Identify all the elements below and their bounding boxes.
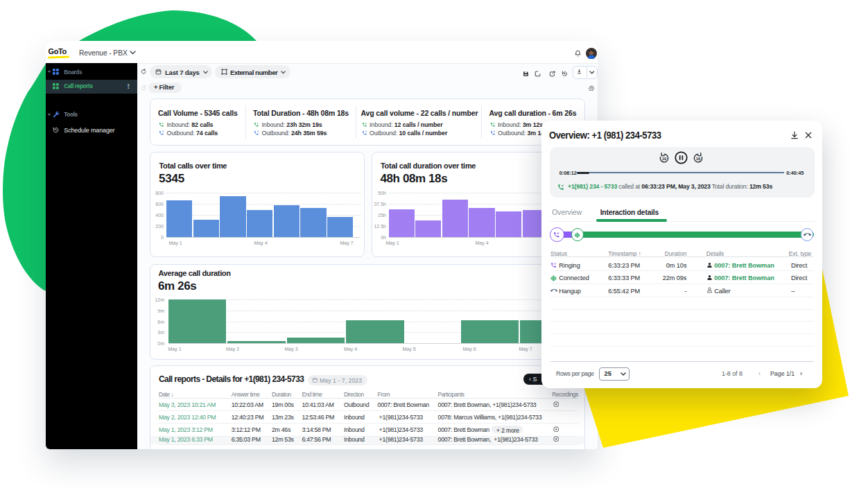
svg-text:10: 10	[695, 157, 700, 161]
svg-text:10: 10	[661, 157, 666, 161]
